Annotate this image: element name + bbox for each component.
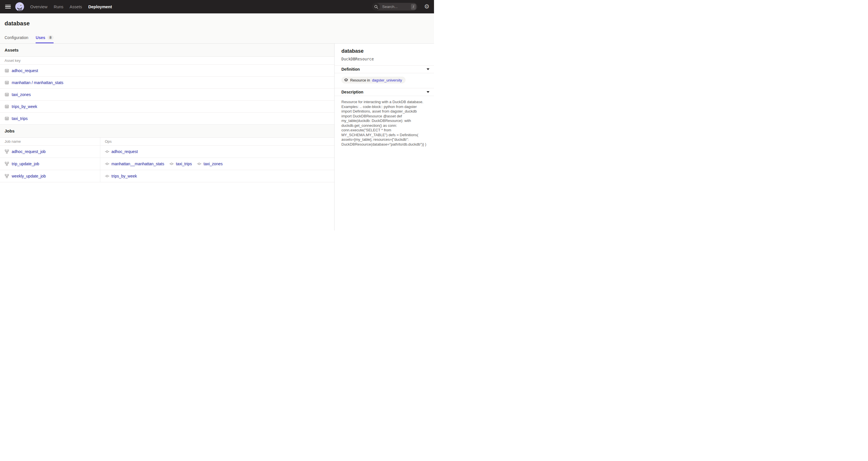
chevron-down-icon <box>427 91 429 93</box>
table-icon <box>5 104 9 109</box>
job-row-ops-cell: manhattan__manhattan_stats taxi_trips ta… <box>100 158 334 170</box>
asset-row: taxi_zones <box>0 89 334 100</box>
dagster-app: Overview Runs Assets Deployment / ⚙ data… <box>0 0 434 230</box>
dagster-logo[interactable] <box>15 2 25 12</box>
op-item: trips_by_week <box>105 174 137 178</box>
hamburger-menu-icon[interactable] <box>5 5 11 9</box>
gear-icon[interactable]: ⚙ <box>424 4 429 10</box>
op-icon <box>105 161 110 166</box>
job-link[interactable]: adhoc_request_job <box>12 149 45 154</box>
tab-bar: Configuration Uses 8 <box>5 35 429 43</box>
description-text: Resource for interacting with a DuckDB d… <box>335 96 434 150</box>
page-body: Assets Asset key adhoc_request manhattan… <box>0 43 434 230</box>
resource-tag: Resource in dagster_university <box>341 76 405 84</box>
job-icon <box>5 174 9 178</box>
resource-tag-prefix: Resource in <box>350 78 370 82</box>
table-icon <box>5 80 9 85</box>
asset-row: trips_by_week <box>0 100 334 113</box>
op-item: manhattan__manhattan_stats <box>105 161 164 166</box>
page-header: database Configuration Uses 8 <box>0 13 434 43</box>
panel-resource-type: DuckDBResource <box>341 57 427 61</box>
octopus-logo-icon <box>15 2 25 12</box>
tab-uses[interactable]: Uses 8 <box>36 35 53 43</box>
asset-link[interactable]: taxi_zones <box>12 92 31 97</box>
nav-item-runs[interactable]: Runs <box>54 5 63 9</box>
asset-key-column-header: Asset key <box>0 57 334 65</box>
search-box: / <box>372 3 417 10</box>
job-icon <box>5 149 9 154</box>
asset-link[interactable]: trips_by_week <box>12 104 37 109</box>
resource-detail-panel: database DuckDBResource Definition Resou… <box>334 43 434 230</box>
table-icon <box>5 68 9 73</box>
tab-configuration[interactable]: Configuration <box>5 35 28 43</box>
tab-uses-label: Uses <box>36 35 45 40</box>
definition-label: Definition <box>341 67 360 71</box>
panel-title: database <box>341 48 427 54</box>
assets-section-header: Assets <box>0 43 334 57</box>
definition-section-body: Resource in dagster_university <box>335 73 434 88</box>
job-link[interactable]: trip_update_job <box>12 161 39 166</box>
table-icon <box>5 92 9 97</box>
op-link[interactable]: taxi_zones <box>204 161 222 166</box>
asset-link[interactable]: adhoc_request <box>12 68 38 73</box>
asset-link[interactable]: manhattan / manhattan_stats <box>12 80 63 85</box>
chevron-down-icon <box>427 68 429 70</box>
asset-row: taxi_trips <box>0 113 334 124</box>
layers-icon <box>344 78 348 82</box>
op-link[interactable]: adhoc_request <box>112 149 138 154</box>
nav-item-overview[interactable]: Overview <box>30 5 47 9</box>
op-item: taxi_zones <box>197 161 222 166</box>
op-icon <box>105 174 110 178</box>
panel-header: database DuckDBResource <box>335 43 434 65</box>
resource-tag-link[interactable]: dagster_university <box>372 78 402 82</box>
op-icon <box>197 161 202 166</box>
nav-item-deployment[interactable]: Deployment <box>88 5 112 9</box>
op-link[interactable]: trips_by_week <box>112 174 137 178</box>
uses-count-badge: 8 <box>48 35 54 40</box>
job-row-name-cell: adhoc_request_job <box>0 146 100 158</box>
asset-row: adhoc_request <box>0 65 334 76</box>
search-input[interactable] <box>380 5 411 9</box>
slash-shortcut-key: / <box>411 4 416 10</box>
asset-row: manhattan / manhattan_stats <box>0 76 334 89</box>
op-link[interactable]: taxi_trips <box>176 161 192 166</box>
job-row-ops-cell: trips_by_week <box>100 170 334 182</box>
job-row-ops-cell: adhoc_request <box>100 146 334 158</box>
primary-nav: Overview Runs Assets Deployment <box>30 5 112 9</box>
description-section-header[interactable]: Description <box>335 88 434 96</box>
top-nav: Overview Runs Assets Deployment / ⚙ <box>0 0 434 13</box>
ops-column-header: Ops <box>100 137 334 146</box>
op-icon <box>105 149 110 154</box>
uses-content: Assets Asset key adhoc_request manhattan… <box>0 43 334 230</box>
job-icon <box>5 161 9 166</box>
jobs-table: Job name Ops adhoc_request_job adhoc_req… <box>0 137 334 182</box>
page-title: database <box>5 20 429 27</box>
job-row-name-cell: weekly_update_job <box>0 170 100 182</box>
op-link[interactable]: manhattan__manhattan_stats <box>112 161 164 166</box>
definition-section-header[interactable]: Definition <box>335 65 434 73</box>
tab-configuration-label: Configuration <box>5 35 28 40</box>
asset-link[interactable]: taxi_trips <box>12 116 28 121</box>
job-row-name-cell: trip_update_job <box>0 158 100 170</box>
op-item: taxi_trips <box>169 161 192 166</box>
job-link[interactable]: weekly_update_job <box>12 174 46 178</box>
table-icon <box>5 116 9 121</box>
description-label: Description <box>341 90 363 94</box>
op-item: adhoc_request <box>105 149 138 154</box>
job-name-column-header: Job name <box>0 137 100 146</box>
nav-item-assets[interactable]: Assets <box>69 5 82 9</box>
op-icon <box>169 161 174 166</box>
jobs-section-header: Jobs <box>0 124 334 137</box>
search-icon <box>372 3 380 10</box>
